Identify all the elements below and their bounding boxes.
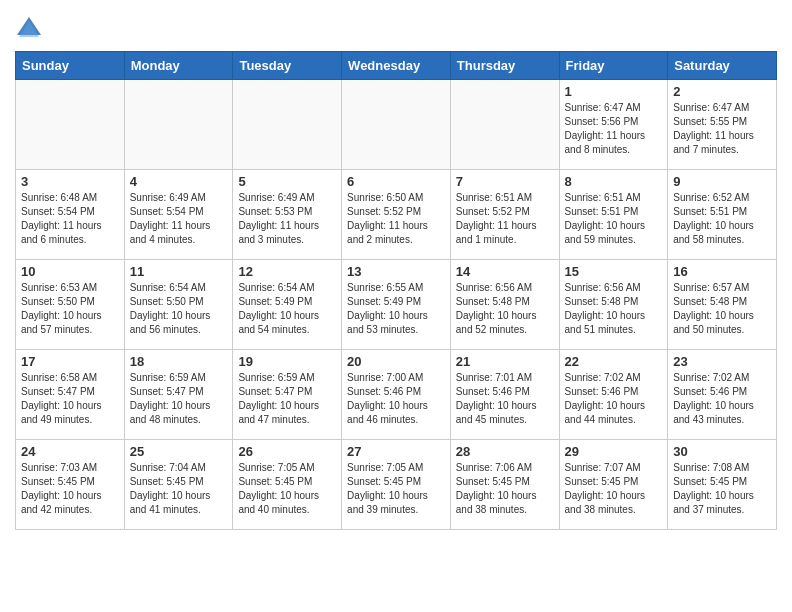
day-number: 15	[565, 264, 663, 279]
day-cell: 30Sunrise: 7:08 AMSunset: 5:45 PMDayligh…	[668, 440, 777, 530]
day-cell: 13Sunrise: 6:55 AMSunset: 5:49 PMDayligh…	[342, 260, 451, 350]
day-cell: 1Sunrise: 6:47 AMSunset: 5:56 PMDaylight…	[559, 80, 668, 170]
day-cell	[16, 80, 125, 170]
day-info: Sunrise: 7:03 AMSunset: 5:45 PMDaylight:…	[21, 461, 119, 517]
day-info: Sunrise: 7:04 AMSunset: 5:45 PMDaylight:…	[130, 461, 228, 517]
calendar: SundayMondayTuesdayWednesdayThursdayFrid…	[15, 51, 777, 530]
day-number: 13	[347, 264, 445, 279]
day-number: 4	[130, 174, 228, 189]
day-cell: 20Sunrise: 7:00 AMSunset: 5:46 PMDayligh…	[342, 350, 451, 440]
day-number: 5	[238, 174, 336, 189]
weekday-header-friday: Friday	[559, 52, 668, 80]
day-number: 17	[21, 354, 119, 369]
day-cell: 26Sunrise: 7:05 AMSunset: 5:45 PMDayligh…	[233, 440, 342, 530]
day-number: 21	[456, 354, 554, 369]
day-cell: 14Sunrise: 6:56 AMSunset: 5:48 PMDayligh…	[450, 260, 559, 350]
day-cell: 21Sunrise: 7:01 AMSunset: 5:46 PMDayligh…	[450, 350, 559, 440]
day-cell: 27Sunrise: 7:05 AMSunset: 5:45 PMDayligh…	[342, 440, 451, 530]
day-number: 11	[130, 264, 228, 279]
day-info: Sunrise: 6:56 AMSunset: 5:48 PMDaylight:…	[456, 281, 554, 337]
day-number: 30	[673, 444, 771, 459]
weekday-header-monday: Monday	[124, 52, 233, 80]
day-info: Sunrise: 6:54 AMSunset: 5:49 PMDaylight:…	[238, 281, 336, 337]
day-cell: 16Sunrise: 6:57 AMSunset: 5:48 PMDayligh…	[668, 260, 777, 350]
day-cell: 8Sunrise: 6:51 AMSunset: 5:51 PMDaylight…	[559, 170, 668, 260]
day-info: Sunrise: 6:56 AMSunset: 5:48 PMDaylight:…	[565, 281, 663, 337]
weekday-header-thursday: Thursday	[450, 52, 559, 80]
day-number: 23	[673, 354, 771, 369]
day-info: Sunrise: 6:47 AMSunset: 5:56 PMDaylight:…	[565, 101, 663, 157]
day-cell	[124, 80, 233, 170]
day-number: 27	[347, 444, 445, 459]
day-cell	[450, 80, 559, 170]
day-number: 14	[456, 264, 554, 279]
day-cell: 9Sunrise: 6:52 AMSunset: 5:51 PMDaylight…	[668, 170, 777, 260]
day-number: 16	[673, 264, 771, 279]
weekday-header-saturday: Saturday	[668, 52, 777, 80]
day-info: Sunrise: 6:55 AMSunset: 5:49 PMDaylight:…	[347, 281, 445, 337]
day-info: Sunrise: 6:49 AMSunset: 5:54 PMDaylight:…	[130, 191, 228, 247]
day-number: 6	[347, 174, 445, 189]
day-info: Sunrise: 7:05 AMSunset: 5:45 PMDaylight:…	[238, 461, 336, 517]
day-number: 28	[456, 444, 554, 459]
day-number: 22	[565, 354, 663, 369]
day-info: Sunrise: 6:57 AMSunset: 5:48 PMDaylight:…	[673, 281, 771, 337]
day-info: Sunrise: 6:51 AMSunset: 5:51 PMDaylight:…	[565, 191, 663, 247]
day-number: 3	[21, 174, 119, 189]
day-number: 26	[238, 444, 336, 459]
week-row-3: 10Sunrise: 6:53 AMSunset: 5:50 PMDayligh…	[16, 260, 777, 350]
week-row-2: 3Sunrise: 6:48 AMSunset: 5:54 PMDaylight…	[16, 170, 777, 260]
day-cell: 12Sunrise: 6:54 AMSunset: 5:49 PMDayligh…	[233, 260, 342, 350]
day-cell: 5Sunrise: 6:49 AMSunset: 5:53 PMDaylight…	[233, 170, 342, 260]
weekday-header-wednesday: Wednesday	[342, 52, 451, 80]
day-info: Sunrise: 6:54 AMSunset: 5:50 PMDaylight:…	[130, 281, 228, 337]
header	[15, 10, 777, 43]
page: SundayMondayTuesdayWednesdayThursdayFrid…	[0, 0, 792, 545]
logo	[15, 15, 47, 43]
weekday-header-sunday: Sunday	[16, 52, 125, 80]
day-cell: 2Sunrise: 6:47 AMSunset: 5:55 PMDaylight…	[668, 80, 777, 170]
day-info: Sunrise: 6:52 AMSunset: 5:51 PMDaylight:…	[673, 191, 771, 247]
day-info: Sunrise: 6:53 AMSunset: 5:50 PMDaylight:…	[21, 281, 119, 337]
day-info: Sunrise: 6:58 AMSunset: 5:47 PMDaylight:…	[21, 371, 119, 427]
day-cell: 17Sunrise: 6:58 AMSunset: 5:47 PMDayligh…	[16, 350, 125, 440]
day-cell: 25Sunrise: 7:04 AMSunset: 5:45 PMDayligh…	[124, 440, 233, 530]
week-row-5: 24Sunrise: 7:03 AMSunset: 5:45 PMDayligh…	[16, 440, 777, 530]
day-number: 9	[673, 174, 771, 189]
day-cell: 4Sunrise: 6:49 AMSunset: 5:54 PMDaylight…	[124, 170, 233, 260]
day-number: 20	[347, 354, 445, 369]
day-cell: 18Sunrise: 6:59 AMSunset: 5:47 PMDayligh…	[124, 350, 233, 440]
day-cell: 19Sunrise: 6:59 AMSunset: 5:47 PMDayligh…	[233, 350, 342, 440]
week-row-4: 17Sunrise: 6:58 AMSunset: 5:47 PMDayligh…	[16, 350, 777, 440]
day-cell: 24Sunrise: 7:03 AMSunset: 5:45 PMDayligh…	[16, 440, 125, 530]
day-cell: 11Sunrise: 6:54 AMSunset: 5:50 PMDayligh…	[124, 260, 233, 350]
day-cell: 7Sunrise: 6:51 AMSunset: 5:52 PMDaylight…	[450, 170, 559, 260]
day-cell: 22Sunrise: 7:02 AMSunset: 5:46 PMDayligh…	[559, 350, 668, 440]
logo-icon	[15, 15, 43, 43]
day-cell	[342, 80, 451, 170]
day-number: 19	[238, 354, 336, 369]
day-info: Sunrise: 6:49 AMSunset: 5:53 PMDaylight:…	[238, 191, 336, 247]
weekday-header-tuesday: Tuesday	[233, 52, 342, 80]
day-info: Sunrise: 7:05 AMSunset: 5:45 PMDaylight:…	[347, 461, 445, 517]
day-info: Sunrise: 6:48 AMSunset: 5:54 PMDaylight:…	[21, 191, 119, 247]
day-info: Sunrise: 7:00 AMSunset: 5:46 PMDaylight:…	[347, 371, 445, 427]
day-number: 24	[21, 444, 119, 459]
day-info: Sunrise: 6:50 AMSunset: 5:52 PMDaylight:…	[347, 191, 445, 247]
day-cell: 15Sunrise: 6:56 AMSunset: 5:48 PMDayligh…	[559, 260, 668, 350]
day-number: 18	[130, 354, 228, 369]
day-number: 8	[565, 174, 663, 189]
week-row-1: 1Sunrise: 6:47 AMSunset: 5:56 PMDaylight…	[16, 80, 777, 170]
day-info: Sunrise: 7:08 AMSunset: 5:45 PMDaylight:…	[673, 461, 771, 517]
day-cell: 3Sunrise: 6:48 AMSunset: 5:54 PMDaylight…	[16, 170, 125, 260]
day-cell: 23Sunrise: 7:02 AMSunset: 5:46 PMDayligh…	[668, 350, 777, 440]
day-number: 7	[456, 174, 554, 189]
day-number: 29	[565, 444, 663, 459]
day-info: Sunrise: 6:51 AMSunset: 5:52 PMDaylight:…	[456, 191, 554, 247]
day-info: Sunrise: 6:59 AMSunset: 5:47 PMDaylight:…	[130, 371, 228, 427]
weekday-header-row: SundayMondayTuesdayWednesdayThursdayFrid…	[16, 52, 777, 80]
day-info: Sunrise: 6:47 AMSunset: 5:55 PMDaylight:…	[673, 101, 771, 157]
day-info: Sunrise: 7:02 AMSunset: 5:46 PMDaylight:…	[673, 371, 771, 427]
day-cell	[233, 80, 342, 170]
day-cell: 10Sunrise: 6:53 AMSunset: 5:50 PMDayligh…	[16, 260, 125, 350]
